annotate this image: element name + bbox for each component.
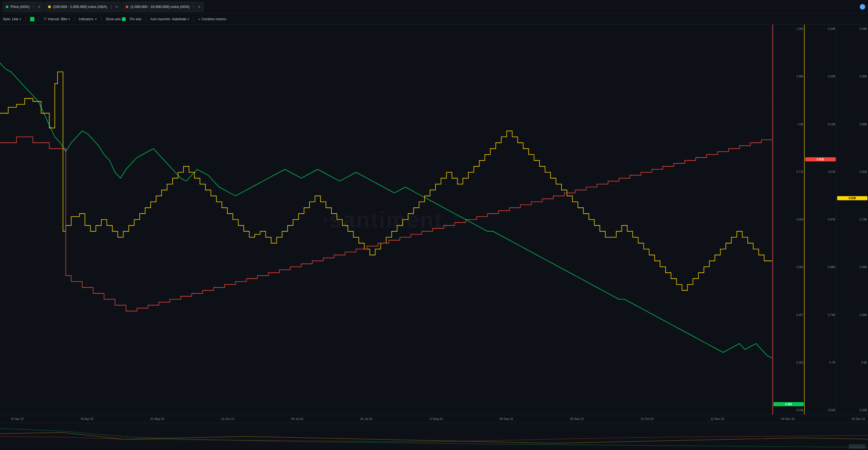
pin-axis-control[interactable]: Pin axis (130, 17, 142, 21)
pin-axis-label: Pin axis (130, 17, 142, 21)
x-axis: 07 Apr 22 30 Apr 22 21 May 22 12 Jun 22 … (0, 415, 868, 423)
metric-tab-price[interactable]: Price (ADA) ⋮ ✕ (3, 2, 43, 12)
close-icon-price[interactable]: ✕ (38, 5, 40, 9)
interval-icon: ⏱ (43, 17, 47, 21)
color-indicator-green (6, 5, 8, 8)
menu-icon-coins-1m[interactable]: ⋮ (192, 5, 196, 9)
style-selector[interactable]: Style: Line ▾ (3, 17, 21, 21)
price-badge-yellow: 5.55B (837, 196, 867, 200)
x-date-9: 30 Sep 22 (570, 417, 584, 420)
close-icon-coins-100k[interactable]: ✕ (115, 5, 118, 9)
interval-label: Interval: (48, 17, 60, 21)
chart-row: ·santiment. (0, 25, 868, 415)
grid-line-2 (0, 99, 772, 99)
price-badge-red: 5.91B (805, 157, 836, 161)
y-axis-yellow-line (804, 25, 805, 415)
mini-chart-svg (0, 423, 868, 450)
y-coins-100k-8: 5.7B (806, 361, 835, 364)
y-price-9: 0.246 (774, 409, 803, 412)
separator-5 (146, 17, 146, 22)
x-date-4: 12 Jun 22 (221, 417, 234, 420)
user-avatar[interactable] (860, 4, 865, 9)
axis-maxmin-selector[interactable]: Axis max/min: Auto/Auto ▾ (151, 17, 189, 21)
interval-selector[interactable]: ⏱ Interval: 30m ▾ (43, 17, 70, 21)
y-coins-100k-2: 6.25B (806, 75, 835, 78)
y-coins-100k-1: 6.34B (806, 27, 835, 30)
toolbar: Style: Line ▾ ⏱ Interval: 30m ▾ Indicato… (0, 14, 868, 25)
x-date-13: 26 Dec 22 (851, 417, 865, 420)
metric-label-price: Price (ADA) (11, 5, 30, 9)
x-date-10: 21 Oct 22 (641, 417, 654, 420)
y-axis-red-line (773, 25, 773, 415)
combine-metrics-button[interactable]: + Combine metrics (198, 17, 226, 21)
axis-maxmin-label: Axis max/min: (151, 17, 171, 21)
axis-maxmin-chevron-icon[interactable]: ▾ (187, 17, 189, 21)
y-coins-1m-1: 6.04B (838, 27, 867, 30)
y-axis-coins-100k: 6.34B 6.25B 6.16B 6.07B 5.97B 5.88B 5.79… (804, 25, 836, 415)
y-price-1: 1.092 (774, 27, 803, 30)
range-selector[interactable] (849, 444, 865, 449)
coins-1m-line-red (0, 137, 772, 311)
mini-chart[interactable] (0, 423, 868, 450)
y-coins-1m-6: 5.65B (838, 265, 867, 269)
y-coins-100k-5: 5.97B (806, 218, 835, 221)
coins-100k-line-yellow (0, 72, 772, 290)
y-price-7: 0.457 (774, 313, 803, 316)
interval-chevron-icon[interactable]: ▾ (68, 17, 70, 21)
style-value: Line (12, 17, 18, 21)
separator-1 (25, 17, 26, 22)
indicators-chevron-icon[interactable]: ▾ (95, 17, 97, 21)
style-chevron-icon[interactable]: ▾ (20, 17, 21, 21)
x-date-2: 30 Apr 22 (81, 417, 93, 420)
y-coins-1m-7: 5.58B (838, 313, 867, 316)
y-coins-1m-4: 5.81B (838, 170, 867, 173)
grid-line-9 (0, 399, 772, 399)
show-axis-label: Show axis (106, 17, 121, 21)
metric-label-coins-1m: (1,000,000 - 10,000,000) coins (ADA) (131, 5, 190, 9)
x-date-5: 04 Jul 22 (291, 417, 304, 420)
x-date-6: 26 Jul 22 (360, 417, 372, 420)
style-label: Style: (3, 17, 11, 21)
mini-chart-controls (849, 444, 865, 449)
grid-line-8 (0, 356, 772, 356)
y-coins-100k-7: 5.79B (806, 313, 835, 316)
menu-icon-price[interactable]: ⋮ (32, 5, 35, 9)
metric-tab-coins-100k[interactable]: (100,000 - 1,000,000) coins (ADA) ⋮ ✕ (45, 2, 121, 12)
x-date-11: 12 Nov 22 (710, 417, 724, 420)
separator-2 (39, 17, 39, 22)
show-axis-checkbox[interactable] (122, 17, 126, 21)
grid-line-5 (0, 227, 772, 228)
y-coins-1m-5: 5.73B (838, 218, 867, 221)
separator-4 (101, 17, 101, 22)
separator-6 (193, 17, 194, 22)
menu-icon-coins-100k[interactable]: ⋮ (109, 5, 113, 9)
price-line-green (0, 63, 772, 358)
y-coins-100k-9: 5.61B (806, 409, 835, 412)
x-date-8: 08 Sep 22 (500, 417, 514, 420)
y-price-2: 0.986 (774, 75, 803, 78)
y-price-4: 0.775 (774, 170, 803, 173)
price-badge-green: 0.262 (773, 402, 804, 406)
y-coins-1m-9: 5.42B (838, 409, 867, 412)
close-icon-coins-1m[interactable]: ✕ (198, 5, 200, 9)
y-price-3: 0.88 (774, 123, 803, 126)
show-axis-control[interactable]: Show axis (106, 17, 126, 21)
chart-area: ·santiment. (0, 25, 868, 450)
x-date-12: 04 Dec 22 (781, 417, 795, 420)
chart-main[interactable]: ·santiment. (0, 25, 772, 415)
y-axis-coins-1m: 6.04B 5.96B 5.88B 5.81B 5.73B 5.65B 5.58… (836, 25, 868, 415)
metric-tab-coins-1m[interactable]: (1,000,000 - 10,000,000) coins (ADA) ⋮ ✕ (123, 2, 204, 12)
y-price-8: 0.352 (774, 361, 803, 364)
y-coins-100k-6: 5.88B (806, 265, 835, 269)
color-picker[interactable] (30, 17, 34, 21)
color-indicator-red (126, 5, 128, 8)
indicators-selector[interactable]: Indicators: ▾ (79, 17, 97, 21)
x-date-7: 17 Aug 22 (429, 417, 443, 420)
grid-line-3 (0, 142, 772, 142)
y-axis-price: 1.092 0.986 0.88 0.775 0.669 0.563 0.457… (773, 25, 804, 415)
y-axis-panel: 1.092 0.986 0.88 0.775 0.669 0.563 0.457… (772, 25, 868, 415)
color-indicator-yellow (48, 5, 51, 8)
grid-line-6 (0, 270, 772, 271)
x-date-3: 21 May 22 (150, 417, 164, 420)
indicators-label: Indicators: (79, 17, 94, 21)
